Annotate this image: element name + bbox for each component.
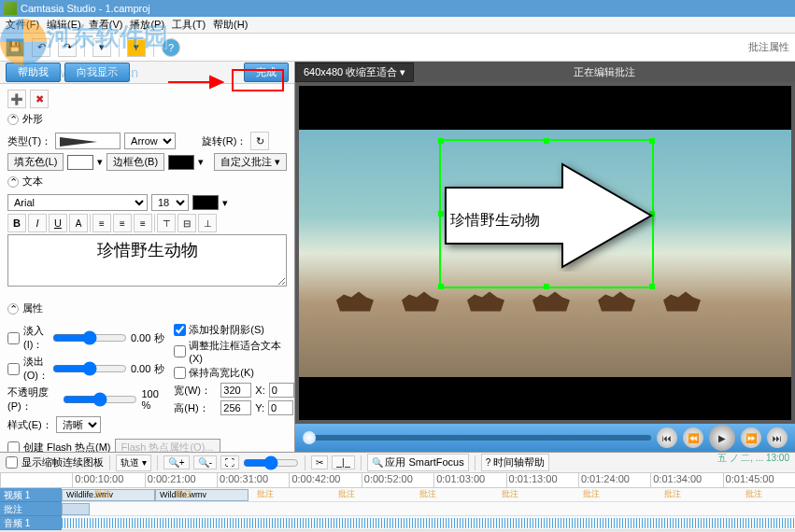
font-a-button[interactable]: A bbox=[69, 214, 88, 232]
cut-icon[interactable]: ✂ bbox=[311, 455, 328, 469]
menu-tools[interactable]: 工具(T) bbox=[170, 18, 207, 32]
video-preview[interactable]: 珍惜野生动物 bbox=[299, 86, 791, 420]
fill-swatch[interactable] bbox=[67, 155, 93, 170]
produce-icon[interactable]: ▾ bbox=[127, 38, 146, 57]
preview-area: 640x480 收缩至适合 ▾ 正在编辑批注 珍惜野生动物 ⏮ ⏪ ▶ bbox=[295, 62, 795, 452]
shape-preview[interactable] bbox=[55, 133, 121, 149]
menu-play[interactable]: 播放(P) bbox=[128, 18, 166, 32]
align-right-button[interactable]: ≡ bbox=[134, 214, 152, 232]
opacity-slider[interactable] bbox=[63, 392, 137, 407]
help-me-button[interactable]: 帮助我 bbox=[6, 63, 61, 82]
toolbar-hint: 批注属性 bbox=[748, 40, 789, 54]
callout-shape[interactable]: 珍惜野生动物 bbox=[441, 160, 656, 272]
undo-icon[interactable]: ↶ bbox=[32, 38, 50, 57]
video-track[interactable]: Wildlife.wmv Wildlife.wmv 批注批注批注批注批注批注批注… bbox=[62, 488, 795, 502]
valign-mid-button[interactable]: ⊟ bbox=[177, 214, 196, 232]
collapse-shape-icon[interactable]: ⌃ bbox=[7, 114, 19, 125]
height-input[interactable] bbox=[220, 400, 251, 415]
x-input[interactable] bbox=[269, 383, 294, 398]
preview-mode-label: 正在编辑批注 bbox=[414, 65, 795, 79]
split-icon[interactable]: ⎯|⎯ bbox=[332, 455, 355, 469]
shape-type-select[interactable]: Arrow bbox=[124, 133, 176, 149]
font-select[interactable]: Arial bbox=[7, 194, 148, 211]
flash-props-button: Flash 热点属性(O)... bbox=[115, 439, 220, 452]
audio-waveform[interactable] bbox=[62, 518, 795, 528]
scrubber[interactable] bbox=[303, 435, 651, 441]
ime-status[interactable]: 五 ノ 二, ... 13:00 bbox=[717, 452, 789, 465]
add-callout-icon[interactable]: ➕ bbox=[7, 90, 26, 108]
remove-callout-icon[interactable]: ✖ bbox=[30, 90, 49, 108]
toolbar-dropdown-1[interactable]: ▾ bbox=[92, 38, 111, 57]
smartfocus-button[interactable]: 🔍 应用 SmartFocus bbox=[367, 454, 469, 471]
custom-callout-button[interactable]: 自定义批注 ▾ bbox=[214, 153, 287, 171]
zoom-slider[interactable] bbox=[243, 455, 299, 470]
show-thumbnails-check[interactable] bbox=[6, 456, 18, 469]
show-me-button[interactable]: 向我显示 bbox=[64, 63, 130, 82]
tutorial-arrow bbox=[168, 73, 224, 91]
timeline-ruler[interactable]: 0:00:10:000:00:21:000:00:31:000:00:42:00… bbox=[0, 473, 795, 488]
font-color-swatch[interactable] bbox=[192, 195, 219, 210]
resolution-dropdown[interactable]: 640x480 收缩至适合 ▾ bbox=[295, 63, 414, 82]
keepratio-check[interactable] bbox=[174, 367, 186, 379]
menu-edit[interactable]: 编辑(E) bbox=[45, 18, 83, 32]
shape-section-title: 外形 bbox=[22, 112, 43, 126]
rotate-label: 旋转(R)： bbox=[202, 134, 247, 148]
collapse-props-icon[interactable]: ⌃ bbox=[7, 303, 19, 315]
selection-box[interactable]: 珍惜野生动物 bbox=[439, 139, 654, 288]
underline-button[interactable]: U bbox=[49, 214, 67, 232]
tracks-dropdown[interactable]: 轨道 ▾ bbox=[116, 455, 151, 471]
menu-view[interactable]: 查看(V) bbox=[87, 18, 125, 32]
callout-text-input[interactable]: 珍惜野生动物 bbox=[7, 234, 287, 287]
callout-clip[interactable] bbox=[62, 503, 90, 515]
y-input[interactable] bbox=[268, 400, 293, 415]
next-button[interactable]: ⏭ bbox=[767, 427, 788, 448]
valign-bot-button[interactable]: ⊥ bbox=[198, 214, 217, 232]
fadeout-check[interactable] bbox=[7, 363, 20, 375]
fadeout-slider[interactable] bbox=[52, 361, 127, 376]
fadeout-label: 淡出(O)： bbox=[23, 355, 49, 383]
forward-button[interactable]: ⏩ bbox=[741, 427, 761, 448]
align-left-button[interactable]: ≡ bbox=[92, 214, 111, 232]
flash-hotspot-check[interactable] bbox=[7, 441, 20, 452]
fadein-slider[interactable] bbox=[52, 330, 127, 345]
valign-top-button[interactable]: ⊤ bbox=[157, 214, 176, 232]
border-color-button[interactable]: 边框色(B) bbox=[106, 153, 164, 171]
shadow-check[interactable] bbox=[174, 324, 186, 336]
collapse-text-icon[interactable]: ⌃ bbox=[7, 176, 19, 188]
timeline-help-button[interactable]: ? 时间轴帮助 bbox=[481, 454, 549, 471]
rotate-button[interactable]: ↻ bbox=[250, 132, 269, 150]
fadein-value: 0.00 bbox=[131, 332, 150, 343]
text-section-title: 文本 bbox=[22, 175, 43, 189]
track-label-video[interactable]: 视频 1 bbox=[0, 488, 62, 502]
rewind-button[interactable]: ⏪ bbox=[683, 427, 703, 448]
resize-check[interactable] bbox=[174, 345, 186, 357]
help-icon[interactable]: ? bbox=[162, 38, 180, 57]
title-bar: Camtasia Studio - 1.camproj bbox=[0, 0, 795, 17]
zoom-in-icon[interactable]: 🔍+ bbox=[163, 455, 190, 469]
track-labels: 视频 1 批注 音频 1 bbox=[0, 488, 62, 530]
audio-track[interactable] bbox=[62, 516, 795, 530]
zoom-out-icon[interactable]: 🔍- bbox=[193, 455, 217, 469]
menu-help[interactable]: 帮助(H) bbox=[211, 18, 249, 32]
font-size-select[interactable]: 18 bbox=[151, 194, 189, 211]
zoom-fit-icon[interactable]: ⛶ bbox=[220, 455, 239, 469]
width-input[interactable] bbox=[220, 383, 251, 398]
scrubber-thumb[interactable] bbox=[303, 431, 316, 444]
callout-track[interactable] bbox=[62, 502, 795, 516]
play-button[interactable]: ▶ bbox=[709, 425, 735, 451]
menu-file[interactable]: 文件(F) bbox=[4, 18, 41, 32]
prev-button[interactable]: ⏮ bbox=[657, 427, 677, 448]
border-swatch[interactable] bbox=[168, 155, 194, 170]
redo-icon[interactable]: ↷ bbox=[58, 38, 77, 57]
style-select[interactable]: 清晰 bbox=[56, 416, 101, 433]
done-button[interactable]: 完成 bbox=[244, 63, 289, 82]
fill-color-button[interactable]: 填充色(L) bbox=[7, 153, 64, 171]
track-label-audio[interactable]: 音频 1 bbox=[0, 516, 62, 530]
fadein-check[interactable] bbox=[7, 332, 20, 344]
align-center-button[interactable]: ≡ bbox=[113, 214, 132, 232]
props-section-title: 属性 bbox=[22, 301, 43, 315]
save-icon[interactable]: 💾 bbox=[6, 38, 24, 57]
italic-button[interactable]: I bbox=[28, 214, 47, 232]
bold-button[interactable]: B bbox=[7, 214, 26, 232]
track-label-callout[interactable]: 批注 bbox=[0, 502, 62, 516]
